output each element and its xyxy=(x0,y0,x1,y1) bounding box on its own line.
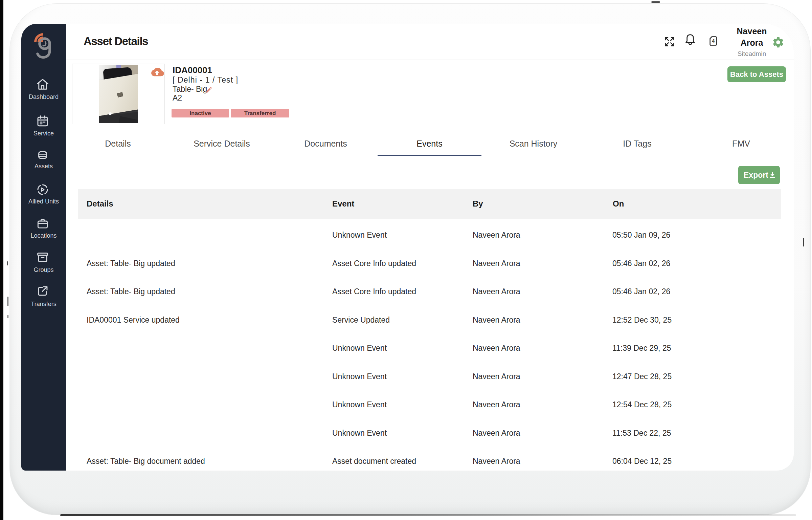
svg-text:4: 4 xyxy=(712,38,715,44)
